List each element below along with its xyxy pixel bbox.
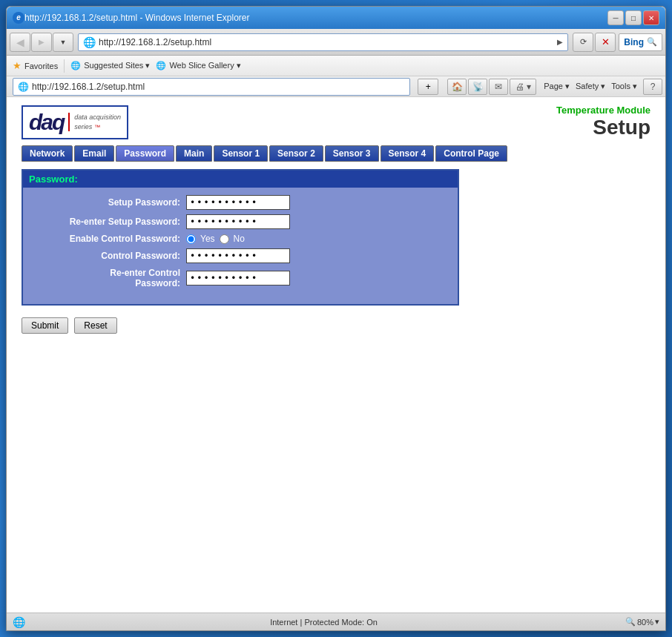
- reenter-setup-password-row: Re-enter Setup Password:: [38, 214, 443, 229]
- tab-sensor4[interactable]: Sensor 4: [381, 145, 435, 162]
- no-label: No: [234, 234, 245, 244]
- setup-password-label: Setup Password:: [38, 197, 186, 208]
- safety-menu-label: Safety ▾: [576, 82, 605, 91]
- setup-password-row: Setup Password:: [38, 195, 443, 210]
- tools-menu[interactable]: Tools ▾: [611, 79, 637, 95]
- star-icon: ★: [13, 60, 22, 71]
- back-button[interactable]: ◀: [10, 33, 30, 52]
- fav-separator: [64, 59, 65, 73]
- minimize-button[interactable]: ─: [607, 10, 624, 25]
- zoom-dropdown-icon: ▾: [655, 617, 659, 627]
- bing-search-icon[interactable]: 🔍: [647, 37, 657, 47]
- reenter-control-password-input[interactable]: [186, 271, 290, 286]
- refresh-button[interactable]: ⟳: [573, 33, 593, 52]
- page-menu-label: Page ▾: [544, 82, 570, 91]
- ie-small-icon2: 🌐: [156, 61, 166, 70]
- reset-button[interactable]: Reset: [74, 317, 116, 334]
- form-panel-header: Password:: [23, 171, 458, 188]
- address-bar[interactable]: 🌐 ▶: [78, 33, 568, 51]
- reenter-setup-password-label: Re-enter Setup Password:: [38, 217, 186, 227]
- status-info: 🌐 Internet | Protected Mode: On: [13, 616, 619, 628]
- window-controls: ─ □ ✕: [607, 10, 659, 25]
- status-right: 🔍 80% ▾: [625, 617, 659, 627]
- bing-logo: Bing: [624, 37, 644, 47]
- tab-sensor2[interactable]: Sensor 2: [269, 145, 323, 162]
- tools-menu-label: Tools ▾: [611, 82, 637, 91]
- new-tab-button[interactable]: +: [418, 79, 438, 95]
- form-container: Password: Setup Password: Re-enter Setup…: [7, 162, 665, 613]
- suggested-sites-label: Suggested Sites ▾: [84, 61, 150, 70]
- dropdown-button[interactable]: ▼: [53, 33, 73, 52]
- reenter-control-password-row: Re-enter Control Password:: [38, 268, 443, 288]
- print-button[interactable]: 🖨 ▾: [510, 79, 536, 95]
- enable-control-no-radio[interactable]: [220, 234, 229, 244]
- nav-icons: ◀ ▶ ▼: [10, 33, 73, 52]
- ie-tab-icon: 🌐: [18, 82, 29, 92]
- web-slice-gallery-label: Web Slice Gallery ▾: [169, 61, 240, 70]
- forward-button[interactable]: ▶: [31, 33, 52, 52]
- zoom-icon: 🔍: [625, 617, 636, 627]
- tab-network[interactable]: Network: [22, 145, 73, 162]
- tab-control-page[interactable]: Control Page: [435, 145, 507, 162]
- setup-password-input[interactable]: [186, 195, 290, 210]
- logo-text: daq: [29, 110, 64, 135]
- enable-control-password-row: Enable Control Password: Yes No: [38, 234, 443, 244]
- tab-address-text: http://192.168.1.2/setup.html: [32, 82, 145, 92]
- enable-control-yes-radio[interactable]: [186, 234, 196, 244]
- toolbar-buttons: 🏠 📡 ✉ 🖨 ▾: [447, 79, 536, 95]
- panel-header-text: Password:: [29, 174, 78, 185]
- status-bar: 🌐 Internet | Protected Mode: On 🔍 80% ▾: [7, 613, 665, 630]
- tab-email[interactable]: Email: [74, 145, 114, 162]
- module-title-area: Temperature Module Setup: [556, 105, 650, 139]
- ie-small-icon: 🌐: [70, 61, 81, 70]
- help-button[interactable]: ?: [643, 79, 662, 95]
- favorites-button[interactable]: ★ Favorites: [13, 60, 58, 71]
- address-ie-icon: 🌐: [83, 36, 96, 48]
- submit-button[interactable]: Submit: [22, 317, 68, 334]
- logo-sub-text: data acquisitionseries ™: [74, 113, 121, 131]
- zoom-level: 80%: [637, 618, 653, 627]
- bing-search-box[interactable]: Bing 🔍: [619, 33, 662, 51]
- ie-status-icon: 🌐: [13, 616, 25, 628]
- tab-sensor1[interactable]: Sensor 1: [214, 145, 268, 162]
- tab-navigation: Network Email Password Main Sensor 1 Sen…: [7, 145, 665, 162]
- suggested-sites-button[interactable]: 🌐 Suggested Sites ▾: [70, 61, 150, 70]
- zoom-button[interactable]: 🔍 80% ▾: [625, 617, 659, 627]
- navigation-bar: ◀ ▶ ▼ 🌐 ▶ ⟳ ✕ Bing 🔍: [7, 29, 665, 56]
- reenter-control-password-label: Re-enter Control Password:: [38, 268, 186, 288]
- enable-control-password-label: Enable Control Password:: [38, 234, 186, 244]
- web-slice-gallery-button[interactable]: 🌐 Web Slice Gallery ▾: [156, 61, 240, 70]
- home-button[interactable]: 🏠: [447, 79, 467, 95]
- close-button[interactable]: ✕: [643, 10, 659, 25]
- enable-control-radio-group: Yes No: [186, 234, 245, 244]
- browser-window: e http://192.168.1.2/setup.html - Window…: [6, 6, 666, 631]
- page-tab-input[interactable]: 🌐 http://192.168.1.2/setup.html: [13, 78, 410, 96]
- form-panel-body: Setup Password: Re-enter Setup Password:…: [23, 188, 458, 304]
- mail-button[interactable]: ✉: [489, 79, 508, 95]
- module-name: Temperature Module: [556, 105, 650, 116]
- address-input[interactable]: [99, 37, 557, 47]
- content-area: daq data acquisitionseries ™ Temperature…: [7, 97, 665, 613]
- maximize-button[interactable]: □: [625, 10, 642, 25]
- page-menu[interactable]: Page ▾: [544, 79, 570, 95]
- menu-buttons: Page ▾ Safety ▾ Tools ▾ ?: [544, 79, 662, 95]
- page-header: daq data acquisitionseries ™ Temperature…: [7, 97, 665, 139]
- safety-menu[interactable]: Safety ▾: [576, 79, 605, 95]
- favorites-label: Favorites: [24, 62, 58, 70]
- tab-sensor3[interactable]: Sensor 3: [325, 145, 379, 162]
- tab-main[interactable]: Main: [176, 145, 212, 162]
- status-text: Internet | Protected Mode: On: [28, 618, 619, 627]
- rss-button[interactable]: 📡: [468, 79, 487, 95]
- yes-label: Yes: [200, 234, 215, 244]
- stop-button[interactable]: ✕: [595, 33, 616, 52]
- ie-logo-icon: e: [13, 12, 24, 24]
- control-password-label: Control Password:: [38, 251, 186, 261]
- control-password-input[interactable]: [186, 248, 290, 263]
- reenter-setup-password-input[interactable]: [186, 214, 290, 229]
- logo-area: daq data acquisitionseries ™: [22, 105, 128, 139]
- address-go-icon[interactable]: ▶: [557, 38, 563, 46]
- logo-sub-area: data acquisitionseries ™: [68, 113, 121, 131]
- tab-password[interactable]: Password: [116, 145, 174, 162]
- help-icon: ?: [650, 82, 656, 92]
- logo-container: daq data acquisitionseries ™: [22, 105, 128, 139]
